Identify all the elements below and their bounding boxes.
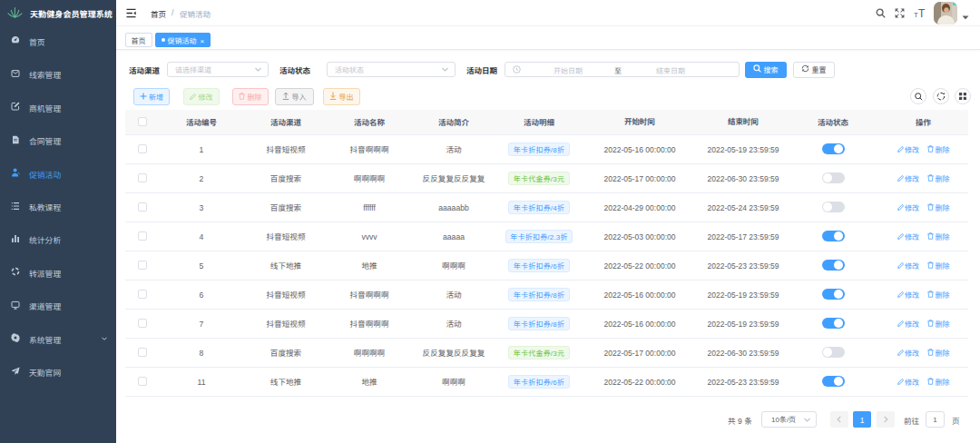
svg-text:T: T bbox=[918, 8, 926, 18]
